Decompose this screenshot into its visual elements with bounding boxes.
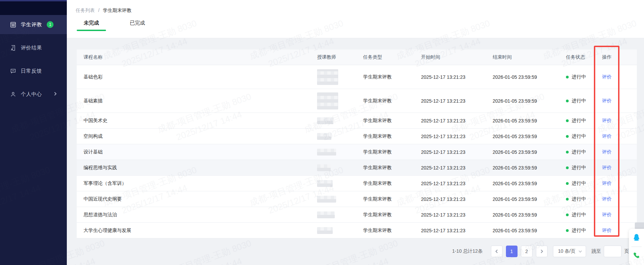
pagination-page-1[interactable]: 1 <box>506 246 518 257</box>
evaluate-link[interactable]: 评价 <box>594 118 619 124</box>
table-row: 中国美术史学生期末评教2025-12-17 13:21:232026-01-05… <box>77 113 637 129</box>
evaluate-link[interactable]: 评价 <box>594 227 619 234</box>
breadcrumb: 任务列表 / 学生期末评教 <box>67 0 644 14</box>
status-dot-icon <box>566 198 569 201</box>
task-status: 进行中 <box>559 149 594 155</box>
start-time: 2025-12-17 13:21:23 <box>414 134 486 139</box>
start-time: 2025-12-17 13:21:23 <box>414 149 486 155</box>
main-content: 任务列表 / 学生期末评教 未完成 已完成 课程名称授课教师任务类型开始时间结束… <box>67 0 644 265</box>
breadcrumb-current: 学生期末评教 <box>103 8 132 13</box>
qq-contact-button[interactable] <box>629 229 644 247</box>
start-time: 2025-12-17 13:21:23 <box>414 228 486 233</box>
breadcrumb-task-list[interactable]: 任务列表 <box>76 8 95 13</box>
course-name: 大学生心理健康与发展 <box>77 227 317 234</box>
status-text: 进行中 <box>572 165 586 171</box>
course-name: 中国近现代史纲要 <box>77 196 317 202</box>
column-header-4: 结束时间 <box>486 54 559 60</box>
notification-badge: 1 <box>47 21 54 28</box>
evaluate-link[interactable]: 评价 <box>594 165 619 171</box>
teacher-redacted <box>317 149 356 156</box>
table-body: 基础色彩学生期末评教2025-12-17 13:21:232026-01-05 … <box>77 65 637 238</box>
phone-contact-button[interactable] <box>629 247 644 265</box>
task-type: 学生期末评教 <box>356 74 414 80</box>
table-header-row: 课程名称授课教师任务类型开始时间结束时间任务状态操作 <box>77 49 637 65</box>
table-row: 设计基础学生期末评教2025-12-17 13:21:232026-01-05 … <box>77 144 637 160</box>
column-header-1: 授课教师 <box>317 54 356 60</box>
end-time: 2026-01-05 23:59:59 <box>486 149 559 155</box>
qq-icon <box>632 233 641 242</box>
page-size-value: 10 条/页 <box>558 248 575 254</box>
evaluate-link[interactable]: 评价 <box>594 133 619 139</box>
sidebar-item-1[interactable]: 评价结果 <box>0 38 67 57</box>
task-status: 进行中 <box>559 118 594 124</box>
status-text: 进行中 <box>572 149 586 155</box>
table-row: 中国近现代史纲要学生期末评教2025-12-17 13:21:232026-01… <box>77 191 637 207</box>
teacher-blur-block <box>317 211 335 218</box>
status-dot-icon <box>566 182 569 185</box>
end-time: 2026-01-05 23:59:59 <box>486 134 559 139</box>
jump-label: 跳至 <box>591 248 601 254</box>
sidebar-item-2[interactable]: 日常反馈 <box>0 61 67 80</box>
end-time: 2026-01-05 23:59:59 <box>486 74 559 80</box>
task-table: 课程名称授课教师任务类型开始时间结束时间任务状态操作 基础色彩学生期末评教202… <box>77 49 637 238</box>
task-status: 进行中 <box>559 227 594 234</box>
status-dot-icon <box>566 166 569 169</box>
sidebar-item-label: 个人中心 <box>21 91 42 98</box>
evaluate-link[interactable]: 评价 <box>594 212 619 218</box>
result-doc-icon <box>10 44 16 51</box>
course-name: 编程思维与实践 <box>77 165 317 171</box>
course-name: 思想道德与法治 <box>77 212 317 218</box>
tab-finished[interactable]: 已完成 <box>123 20 152 31</box>
sidebar-item-label: 学生评教 <box>21 21 42 28</box>
task-status: 进行中 <box>559 180 594 187</box>
sidebar-item-0[interactable]: 学生评教1 <box>0 15 67 34</box>
sidebar: 学生评教1评价结果日常反馈个人中心 <box>0 0 67 265</box>
evaluate-link[interactable]: 评价 <box>594 180 619 187</box>
start-time: 2025-12-17 13:21:23 <box>414 165 486 171</box>
task-status: 进行中 <box>559 165 594 171</box>
course-name: 空间构成 <box>77 133 317 139</box>
task-status: 进行中 <box>559 133 594 139</box>
task-type: 学生期末评教 <box>356 165 414 171</box>
status-dot-icon <box>566 229 569 232</box>
task-type: 学生期末评教 <box>356 133 414 139</box>
teacher-blur-block <box>317 92 338 109</box>
course-name: 设计基础 <box>77 149 317 155</box>
breadcrumb-separator: / <box>98 8 100 13</box>
task-status: 进行中 <box>559 74 594 80</box>
contact-collapse-tab[interactable] <box>635 222 644 229</box>
status-dot-icon <box>566 135 569 138</box>
table-row: 思想道德与法治学生期末评教2025-12-17 13:21:232026-01-… <box>77 207 637 223</box>
jump-page-input[interactable] <box>604 246 621 257</box>
sidebar-item-3[interactable]: 个人中心 <box>0 85 67 104</box>
status-text: 进行中 <box>572 98 586 104</box>
pagination-prev-button[interactable] <box>491 246 503 257</box>
evaluate-link[interactable]: 评价 <box>594 98 619 104</box>
pagination-page-2[interactable]: 2 <box>521 246 533 257</box>
pagination: 1-10 总计12条 12 10 条/页 跳至 页 <box>452 246 629 257</box>
eval-grid-icon <box>10 21 16 28</box>
status-text: 进行中 <box>572 196 586 202</box>
teacher-blur-block <box>317 196 336 203</box>
teacher-redacted <box>317 92 356 109</box>
chevron-right-icon <box>540 249 544 253</box>
course-name: 基础色彩 <box>77 74 317 80</box>
teacher-redacted <box>317 117 356 124</box>
evaluate-link[interactable]: 评价 <box>594 74 619 80</box>
column-header-6: 操作 <box>594 54 619 60</box>
chevron-right-icon <box>53 91 57 97</box>
pagination-next-button[interactable] <box>536 246 548 257</box>
table-row: 空间构成学生期末评教2025-12-17 13:21:232026-01-05 … <box>77 129 637 144</box>
task-type: 学生期末评教 <box>356 212 414 218</box>
tab-unfinished[interactable]: 未完成 <box>77 20 106 31</box>
evaluate-link[interactable]: 评价 <box>594 196 619 202</box>
page-size-select[interactable]: 10 条/页 <box>553 246 586 257</box>
course-name: 基础素描 <box>77 98 317 104</box>
teacher-blur-block <box>317 69 338 85</box>
task-type: 学生期末评教 <box>356 227 414 234</box>
evaluate-link[interactable]: 评价 <box>594 149 619 155</box>
table-row: 大学生心理健康与发展学生期末评教2025-12-17 13:21:232026-… <box>77 223 637 238</box>
task-status: 进行中 <box>559 212 594 218</box>
teacher-blur-block <box>317 149 336 156</box>
status-dot-icon <box>566 100 569 102</box>
